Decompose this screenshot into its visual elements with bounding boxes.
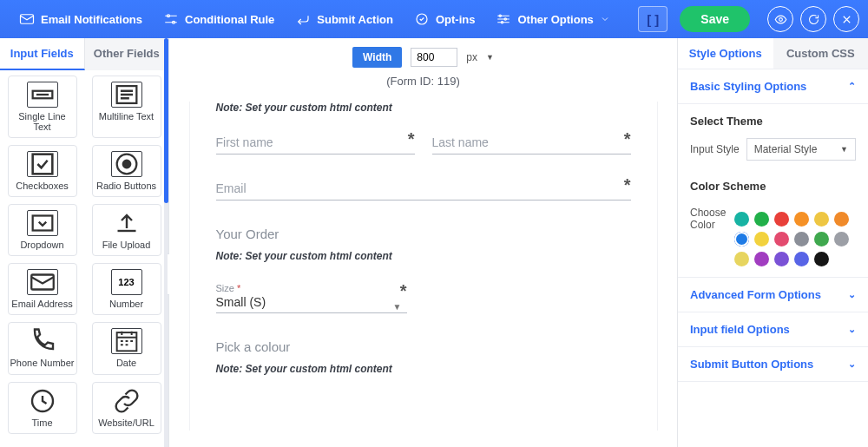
- basic-styling-label: Basic Styling Options: [690, 80, 806, 93]
- conditional-rule-button[interactable]: Conditional Rule: [153, 11, 285, 27]
- input-style-value: Material Style: [754, 143, 818, 155]
- field-icon: [27, 82, 58, 108]
- last-name-field[interactable]: Last name *: [432, 135, 631, 154]
- email-field[interactable]: Email *: [216, 181, 631, 200]
- field-card-phone-number[interactable]: Phone Number: [8, 322, 77, 374]
- required-star: *: [400, 281, 407, 301]
- tab-other-fields[interactable]: Other Fields: [85, 38, 169, 70]
- choose-color-label: Choose Color: [690, 207, 727, 231]
- required-star: *: [624, 129, 631, 149]
- return-icon: [295, 11, 311, 27]
- color-swatch[interactable]: [774, 252, 789, 266]
- tab-custom-css[interactable]: Custom CSS: [773, 38, 869, 69]
- basic-styling-header[interactable]: Basic Styling Options ⌃: [678, 69, 868, 104]
- conditional-rule-label: Conditional Rule: [185, 13, 274, 26]
- field-label: File Upload: [102, 240, 151, 250]
- submit-button-options-header[interactable]: Submit Button Options ⌄: [678, 347, 868, 382]
- chevron-up-icon: ⌃: [848, 81, 856, 92]
- field-icon: 123: [111, 269, 142, 295]
- field-icon: [27, 328, 58, 354]
- field-label: Email Address: [11, 299, 72, 309]
- field-icon: [111, 210, 142, 236]
- width-unit: px: [466, 51, 477, 63]
- color-swatch[interactable]: [774, 212, 789, 227]
- close-button[interactable]: [833, 6, 859, 32]
- field-card-file-upload[interactable]: File Upload: [92, 204, 161, 256]
- html-note-2: Note: Set your custom html content: [216, 250, 631, 262]
- field-card-single-line-text[interactable]: Single Line Text: [8, 76, 77, 138]
- color-swatch[interactable]: [834, 212, 849, 227]
- submit-action-button[interactable]: Submit Action: [285, 11, 404, 27]
- color-swatch[interactable]: [814, 212, 829, 227]
- email-placeholder: Email: [216, 181, 247, 195]
- color-swatch[interactable]: [734, 212, 749, 227]
- shortcode-button[interactable]: [ ]: [638, 6, 667, 32]
- color-swatch[interactable]: [754, 232, 769, 247]
- optins-label: Opt-ins: [436, 13, 476, 26]
- color-swatch[interactable]: [734, 232, 749, 247]
- color-swatch[interactable]: [734, 252, 749, 266]
- color-swatch[interactable]: [794, 232, 809, 247]
- size-select[interactable]: * Size * Small (S) ▼: [216, 283, 407, 313]
- color-swatch[interactable]: [794, 252, 809, 266]
- field-card-multiline-text[interactable]: Multiline Text: [92, 76, 161, 138]
- input-style-select[interactable]: Material Style ▼: [746, 138, 856, 161]
- field-label: Phone Number: [10, 358, 75, 368]
- submit-action-label: Submit Action: [317, 13, 393, 26]
- field-card-time[interactable]: Time: [8, 382, 77, 434]
- width-unit-dropdown[interactable]: ▼: [486, 53, 494, 62]
- first-name-field[interactable]: First name *: [216, 135, 415, 154]
- field-card-dropdown[interactable]: Dropdown: [8, 204, 77, 256]
- color-scheme-label: Color Scheme: [690, 180, 856, 193]
- field-label: Dropdown: [20, 240, 63, 250]
- field-icon: [27, 151, 58, 177]
- color-swatch[interactable]: [834, 232, 849, 247]
- field-label: Radio Buttons: [96, 181, 156, 191]
- chevron-down-icon: ▼: [840, 145, 848, 154]
- top-toolbar: Email Notifications Conditional Rule Sub…: [0, 0, 868, 38]
- field-icon: [27, 210, 58, 236]
- input-style-label: Input Style: [690, 143, 740, 155]
- field-label: Single Line Text: [10, 111, 75, 132]
- field-icon: [111, 328, 142, 354]
- field-icon: [27, 388, 58, 414]
- fields-panel: Input Fields Other Fields Single Line Te…: [0, 38, 169, 447]
- form-canvas: Width px ▼ (Form ID: 119) Note: Set your…: [169, 38, 677, 447]
- other-options-button[interactable]: Other Options: [485, 11, 620, 27]
- chevron-down-icon: ⌄: [848, 289, 856, 300]
- field-label: Checkboxes: [16, 181, 69, 191]
- size-value: Small (S): [216, 295, 407, 309]
- last-name-placeholder: Last name: [432, 135, 489, 149]
- field-card-email-address[interactable]: Email Address: [8, 263, 77, 315]
- color-swatch[interactable]: [754, 212, 769, 227]
- color-swatch[interactable]: [794, 212, 809, 227]
- email-notifications-button[interactable]: Email Notifications: [9, 11, 153, 27]
- field-icon: [111, 82, 142, 108]
- tab-style-options[interactable]: Style Options: [678, 38, 773, 69]
- preview-button[interactable]: [767, 6, 793, 32]
- chevron-down-icon: [600, 14, 610, 24]
- color-swatch[interactable]: [774, 232, 789, 247]
- color-swatch[interactable]: [814, 252, 829, 266]
- field-icon: [111, 388, 142, 414]
- advanced-form-header[interactable]: Advanced Form Options ⌄: [678, 278, 868, 312]
- save-button[interactable]: Save: [680, 6, 750, 32]
- colour-section-label: Pick a colour: [216, 339, 631, 354]
- fields-scrollbar[interactable]: [164, 38, 168, 447]
- width-input[interactable]: [411, 48, 457, 67]
- color-swatch[interactable]: [814, 232, 829, 247]
- field-card-date[interactable]: Date: [92, 322, 161, 374]
- field-label: Date: [116, 358, 136, 368]
- tab-input-fields[interactable]: Input Fields: [0, 38, 85, 70]
- svg-rect-14: [31, 275, 54, 290]
- field-card-radio-buttons[interactable]: Radio Buttons: [92, 145, 161, 197]
- width-label: Width: [352, 47, 402, 68]
- reload-button[interactable]: [800, 6, 826, 32]
- sliders-icon: [163, 11, 179, 27]
- field-card-checkboxes[interactable]: Checkboxes: [8, 145, 77, 197]
- input-field-options-header[interactable]: Input field Options ⌄: [678, 312, 868, 347]
- color-swatch[interactable]: [754, 252, 769, 266]
- field-card-number[interactable]: 123Number: [92, 263, 161, 315]
- field-card-website-url[interactable]: Website/URL: [92, 382, 161, 434]
- optins-button[interactable]: Opt-ins: [404, 11, 486, 27]
